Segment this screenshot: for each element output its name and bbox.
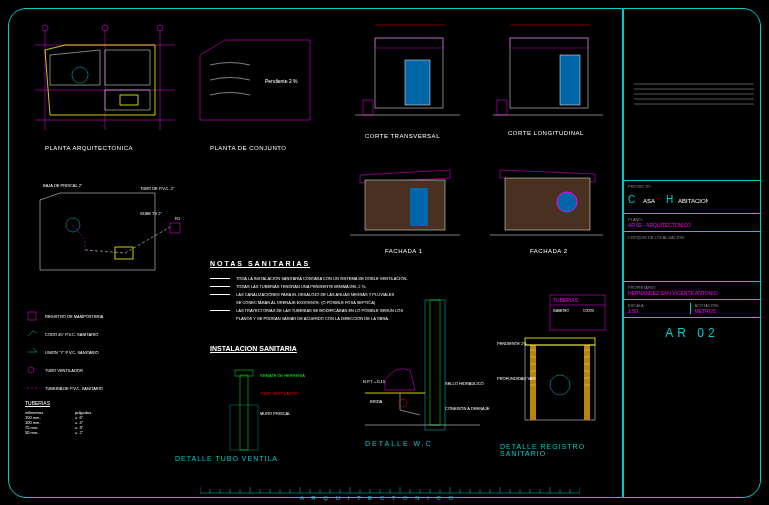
- svg-rect-39: [497, 100, 507, 115]
- tb-escala: ESCALA: 1:50 ACOTACION: METROS: [624, 299, 760, 317]
- planta-arq-title: PLANTA ARQUITECTONICA: [45, 145, 133, 151]
- svg-text:3,07: 3,07: [600, 201, 609, 206]
- corte-longitudinal: 2,65 0,40 0,60 2,07 2,20: [485, 20, 610, 130]
- svg-rect-100: [525, 338, 595, 345]
- svg-rect-46: [365, 180, 445, 230]
- svg-rect-55: [115, 247, 133, 259]
- svg-rect-85: [530, 345, 536, 420]
- svg-rect-29: [363, 100, 373, 115]
- svg-rect-64: [240, 375, 248, 450]
- svg-text:TUBO DE P.V.C. 2": TUBO DE P.V.C. 2": [140, 186, 175, 191]
- svg-text:N.P.T + 0,15: N.P.T + 0,15: [363, 379, 386, 384]
- svg-text:1,78: 1,78: [75, 34, 84, 39]
- planta-conjunto: Pendiente 2 %: [195, 35, 315, 125]
- svg-rect-30: [405, 60, 430, 105]
- svg-text:R1: R1: [175, 216, 181, 221]
- svg-text:MURO PRISCAL: MURO PRISCAL: [260, 411, 291, 416]
- svg-text:CODOS: CODOS: [583, 309, 594, 313]
- svg-text:PROFUNDIDAD VAR.: PROFUNDIDAD VAR.: [497, 376, 536, 381]
- scale-ruler: [200, 481, 580, 493]
- svg-rect-61: [28, 312, 36, 320]
- leyenda: REGISTRO DE MAMPOSTERIA CODO 45° P.V.C. …: [25, 310, 195, 394]
- svg-text:H: H: [666, 194, 673, 205]
- tb-plano: PLANO: AR 02 - ARQUITECTONICO: [624, 213, 760, 231]
- svg-text:BAJA DE PRISCAL 2": BAJA DE PRISCAL 2": [43, 183, 83, 188]
- svg-text:1,60: 1,60: [400, 26, 409, 31]
- svg-text:ASA: ASA: [643, 198, 655, 204]
- tuberias-table: TUBERIAS milimetros pulgadas 150 mm.= 6"…: [25, 400, 125, 435]
- svg-text:0,60: 0,60: [550, 426, 559, 431]
- svg-text:0,60: 0,60: [380, 116, 389, 121]
- svg-text:2,75: 2,75: [347, 201, 356, 206]
- planta-conj-title: PLANTA DE CONJUNTO: [210, 145, 286, 151]
- svg-text:2,07: 2,07: [450, 76, 459, 81]
- svg-text:2,00: 2,00: [30, 66, 39, 71]
- detalle-tubo-title: DETALLE TUBO VENTILA: [175, 455, 278, 462]
- corte-long-title: CORTE LONGITUDINAL: [508, 130, 584, 136]
- detalle-tubo-ventila: REMATE DE HERRERIA TUBO VENTILADOR MURO …: [210, 365, 320, 465]
- detalle-registro-title: DETALLE REGISTRO SANITARIO: [500, 443, 610, 457]
- detalle-wc: N.P.T + 0,15 BRIDA SELLO HIDRAULICO CONE…: [355, 295, 490, 440]
- svg-text:TUBERIAS: TUBERIAS: [553, 297, 579, 303]
- svg-text:0,40: 0,40: [593, 51, 602, 56]
- svg-text:PENDIENTE 2%: PENDIENTE 2%: [497, 341, 527, 346]
- svg-text:DIAMETRO: DIAMETRO: [553, 309, 570, 313]
- svg-rect-19: [120, 95, 138, 105]
- fachada1-title: FACHADA 1: [385, 248, 423, 254]
- svg-text:1,55: 1,55: [165, 66, 174, 71]
- svg-text:2,07: 2,07: [593, 86, 602, 91]
- fachada-1: 2,75: [345, 160, 465, 245]
- svg-text:2,10: 2,10: [350, 71, 359, 76]
- svg-point-18: [72, 67, 88, 83]
- sheet-number: AR 02: [624, 317, 760, 348]
- svg-text:SELLO HIDRAULICO: SELLO HIDRAULICO: [445, 381, 484, 386]
- tb-proyecto: PROYECTO: C ASA H ABITACION: [624, 180, 760, 213]
- svg-text:0,60: 0,60: [593, 64, 602, 69]
- instalacion-sanitaria-plan: R1 BAJA DE PRISCAL 2" SUBE TV 2" TUBO DE…: [25, 175, 200, 290]
- svg-text:1,00: 1,00: [125, 34, 134, 39]
- tb-croquis: CROQUIS DE LOCALIZACION:: [624, 231, 760, 281]
- svg-rect-56: [170, 223, 180, 233]
- svg-text:REMATE DE HERRERIA: REMATE DE HERRERIA: [260, 373, 305, 378]
- planta-arquitectonica: 1,78 1,00 1,55 0,80 2,00: [25, 20, 185, 140]
- corte-trans-title: CORTE TRANSVERSAL: [365, 133, 440, 139]
- svg-text:2,20: 2,20: [487, 71, 496, 76]
- svg-text:Pendiente 2 %: Pendiente 2 %: [265, 78, 298, 84]
- svg-text:CONEXION A DRENAJE: CONEXION A DRENAJE: [445, 406, 490, 411]
- footer-title: A R Q U I T E C T O N I C O: [300, 495, 456, 501]
- fachada2-title: FACHADA 2: [530, 248, 568, 254]
- svg-text:0,40: 0,40: [450, 51, 459, 56]
- svg-rect-47: [410, 188, 428, 226]
- svg-rect-40: [560, 55, 580, 105]
- corte-transversal: 1,60 0,40 2,07 2,10 0,60: [345, 20, 465, 130]
- casa-logo-icon: C ASA H ABITACION: [628, 189, 708, 209]
- stripes-decoration: [624, 79, 762, 119]
- fachada-2: 3,07: [485, 160, 610, 245]
- svg-text:0,80: 0,80: [165, 101, 174, 106]
- svg-rect-71: [425, 300, 445, 430]
- svg-text:SUBE TV 2": SUBE TV 2": [140, 211, 162, 216]
- svg-text:BRIDA: BRIDA: [370, 399, 383, 404]
- svg-text:C: C: [628, 194, 635, 205]
- svg-rect-70: [430, 300, 440, 425]
- svg-rect-66: [230, 405, 258, 450]
- svg-text:TUBO VENTILADOR: TUBO VENTILADOR: [260, 391, 298, 396]
- svg-text:ABITACION: ABITACION: [678, 198, 708, 204]
- svg-rect-86: [584, 345, 590, 420]
- svg-point-99: [550, 375, 570, 395]
- svg-text:2,65: 2,65: [540, 26, 549, 31]
- tb-propietario: PROPIETARIO: HERNANDEZ SAN VICENTE ANTON…: [624, 281, 760, 299]
- instalacion-title: INSTALACION SANITARIA: [210, 345, 297, 352]
- detalle-wc-title: DETALLE W.C: [365, 440, 433, 447]
- detalle-registro: TUBERIAS DIAMETRO CODOS PENDIENTE 2% PRO…: [495, 290, 615, 440]
- svg-point-62: [28, 367, 34, 373]
- title-block: PROYECTO: C ASA H ABITACION PLANO: AR 02…: [623, 8, 761, 498]
- svg-point-51: [557, 192, 577, 212]
